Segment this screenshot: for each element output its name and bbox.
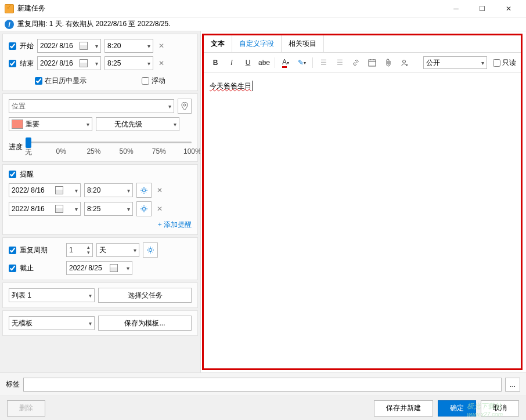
section-reminder: 提醒 2022/ 8/16 ▾ 8:20 ▾ ✕ 2022 <box>2 164 198 235</box>
recur-unit-combo[interactable]: 天 ▾ <box>96 243 139 257</box>
tab-related[interactable]: 相关项目 <box>282 35 324 52</box>
chevron-down-icon: ▾ <box>75 206 78 212</box>
start-date-field[interactable]: 2022/ 8/16 ▾ <box>37 39 101 53</box>
start-checkbox[interactable] <box>9 42 16 50</box>
floating-checkbox[interactable] <box>142 77 149 85</box>
delete-button[interactable]: 删除 <box>7 400 45 417</box>
location-combo[interactable]: 位置 ▾ <box>9 99 174 113</box>
info-icon: i <box>5 20 14 29</box>
section-dates: 开始 2022/ 8/16 ▾ 8:20 ▾ ✕ 结束 2022/ 8/16 <box>2 34 198 91</box>
section-list: 列表 1 ▾ 选择父任务 <box>2 283 198 308</box>
svg-rect-3 <box>369 60 376 66</box>
list-combo[interactable]: 列表 1 ▾ <box>9 288 95 302</box>
slider-thumb[interactable] <box>26 137 31 148</box>
minimize-button[interactable]: ─ <box>443 1 469 17</box>
category-swatch <box>12 120 23 129</box>
person-icon <box>401 59 409 67</box>
template-combo[interactable]: 无模板 ▾ <box>9 316 95 330</box>
start-time-field[interactable]: 8:20 ▾ <box>105 39 153 53</box>
chevron-down-icon: ▾ <box>95 43 98 49</box>
font-color-button[interactable]: A ▾ <box>279 56 293 69</box>
editor-area[interactable]: 今天爸爸生日 <box>204 73 521 368</box>
clear-end-button[interactable]: ✕ <box>157 59 166 68</box>
chevron-down-icon: ▾ <box>168 103 171 110</box>
show-in-calendar-checkbox[interactable] <box>35 77 42 85</box>
readonly-label: 只读 <box>502 58 516 68</box>
svg-point-1 <box>143 208 146 211</box>
add-reminder-link[interactable]: + 添加提醒 <box>9 220 192 230</box>
deadline-checkbox[interactable] <box>9 265 16 272</box>
location-pin-button[interactable] <box>178 99 192 114</box>
link-icon <box>352 59 360 67</box>
tags-input[interactable] <box>23 378 502 392</box>
window-title: 新建任务 <box>17 3 443 13</box>
reminder2-settings-button[interactable] <box>136 201 152 216</box>
calendar-small-icon <box>368 59 376 67</box>
reminder1-settings-button[interactable] <box>136 183 152 198</box>
chevron-down-icon: ▾ <box>127 265 129 271</box>
recur-count-field[interactable]: 1 ▴▾ <box>66 243 93 257</box>
italic-button[interactable]: I <box>225 56 239 69</box>
chevron-down-icon: ▾ <box>127 206 130 212</box>
footer: 删除 保存并新建 确定 取消 极光下载站 www.x27.com <box>0 396 526 420</box>
attachment-button[interactable] <box>381 56 395 69</box>
readonly-checkbox[interactable] <box>493 59 500 67</box>
underline-button[interactable]: U <box>241 56 255 69</box>
contact-button[interactable] <box>398 56 412 69</box>
gear-icon <box>140 186 148 194</box>
save-and-new-button[interactable]: 保存并新建 <box>374 400 433 417</box>
ok-button[interactable]: 确定 <box>438 400 476 417</box>
reminder1-date[interactable]: 2022/ 8/16 ▾ <box>9 183 81 197</box>
select-parent-button[interactable]: 选择父任务 <box>98 288 192 303</box>
left-panel: 开始 2022/ 8/16 ▾ 8:20 ▾ ✕ 结束 2022/ 8/16 <box>0 31 201 372</box>
tags-label: 标签 <box>6 379 20 389</box>
priority-combo[interactable]: 无优先级 ▾ <box>96 117 179 131</box>
recur-checkbox[interactable] <box>9 247 16 254</box>
chevron-down-icon: ▾ <box>89 320 92 327</box>
tags-more-button[interactable]: ... <box>505 378 520 392</box>
chevron-down-icon: ▾ <box>174 121 176 128</box>
section-template: 无模板 ▾ 保存为模板... <box>2 310 198 336</box>
progress-slider[interactable]: 无 0% 25% 50% 75% 100% <box>28 137 192 157</box>
save-template-button[interactable]: 保存为模板... <box>98 316 192 331</box>
maximize-button[interactable]: ☐ <box>469 1 495 17</box>
tab-text[interactable]: 文本 <box>204 35 232 52</box>
date-button[interactable] <box>365 56 379 69</box>
section-recurrence: 重复周期 1 ▴▾ 天 ▾ 截止 2022/ 8/25 <box>2 237 198 280</box>
link-button[interactable] <box>349 56 363 69</box>
gear-icon <box>146 246 154 254</box>
svg-point-4 <box>403 60 406 63</box>
tab-custom-fields[interactable]: 自定义字段 <box>232 35 282 52</box>
bold-button[interactable]: B <box>208 56 222 69</box>
bullets-button[interactable]: ☰ <box>316 56 330 69</box>
cancel-button[interactable]: 取消 <box>481 400 519 417</box>
chevron-down-icon: ▾ <box>95 60 98 67</box>
reminder2-date[interactable]: 2022/ 8/16 ▾ <box>9 202 81 216</box>
svg-point-2 <box>149 249 152 252</box>
end-label: 结束 <box>20 59 34 68</box>
show-in-calendar-label: 在日历中显示 <box>45 76 87 86</box>
strikethrough-button[interactable]: abe <box>257 56 271 69</box>
end-date-field[interactable]: 2022/ 8/16 ▾ <box>37 56 101 70</box>
clear-start-button[interactable]: ✕ <box>157 41 166 50</box>
deadline-date-field[interactable]: 2022/ 8/25 ▾ <box>66 261 132 275</box>
deadline-label: 截止 <box>20 263 63 273</box>
floating-label: 浮动 <box>152 76 165 86</box>
reminder1-remove[interactable]: ✕ <box>155 186 164 195</box>
reminder1-time[interactable]: 8:20 ▾ <box>84 183 133 197</box>
numbering-button[interactable]: ☰ <box>333 56 347 69</box>
end-time-field[interactable]: 8:25 ▾ <box>105 56 153 70</box>
recur-label: 重复周期 <box>20 245 63 255</box>
chevron-down-icon: ▾ <box>89 292 92 299</box>
reminder2-remove[interactable]: ✕ <box>155 204 164 213</box>
chevron-down-icon: ▾ <box>127 187 130 194</box>
category-combo[interactable]: 重要 ▾ <box>9 117 92 131</box>
reminder2-time[interactable]: 8:25 ▾ <box>84 202 133 216</box>
reminder-checkbox[interactable] <box>9 171 16 178</box>
highlight-button[interactable]: ✎ ▾ <box>295 56 309 69</box>
end-checkbox[interactable] <box>9 60 16 67</box>
calendar-icon <box>55 186 63 194</box>
recur-settings-button[interactable] <box>143 242 158 258</box>
visibility-combo[interactable]: 公开 ▾ <box>423 56 487 69</box>
close-button[interactable]: ✕ <box>495 1 521 17</box>
